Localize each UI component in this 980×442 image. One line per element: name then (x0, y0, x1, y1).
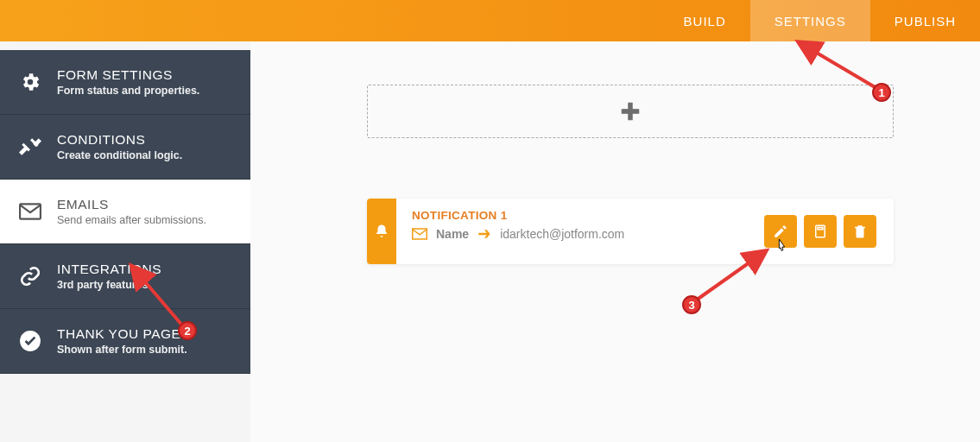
main-content: NOTIFICATION 1 Name idarktech@jotform.co… (250, 41, 980, 442)
sidebar-sub: Send emails after submissions. (57, 214, 206, 226)
add-email-button[interactable] (367, 85, 894, 138)
sidebar-sub: Create conditional logic. (57, 149, 182, 161)
delete-button[interactable] (844, 215, 876, 248)
svg-rect-4 (818, 228, 823, 230)
notification-actions (764, 199, 894, 264)
envelope-icon (17, 203, 43, 220)
tab-settings[interactable]: SETTINGS (750, 0, 870, 41)
notification-body: NOTIFICATION 1 Name idarktech@jotform.co… (396, 199, 764, 264)
sidebar-item-emails[interactable]: EMAILS Send emails after submissions. (0, 180, 250, 244)
notification-accent (367, 199, 396, 264)
envelope-small-icon (412, 228, 427, 240)
sidebar-sub: Shown after form submit. (57, 344, 187, 356)
link-icon (17, 265, 43, 287)
tools-icon (17, 136, 43, 158)
tab-publish[interactable]: PUBLISH (870, 0, 980, 41)
sidebar-item-conditions[interactable]: CONDITIONS Create conditional logic. (0, 115, 250, 180)
arrow-right-icon (477, 229, 491, 239)
sidebar-sub: Form status and properties. (57, 85, 199, 97)
notification-recipient: idarktech@jotform.com (500, 227, 624, 241)
cursor-pointer-icon (775, 237, 790, 256)
sidebar-label: FORM SETTINGS (57, 67, 199, 83)
sidebar-label: EMAILS (57, 197, 206, 212)
plus-icon (619, 100, 642, 123)
top-nav: BUILD SETTINGS PUBLISH (0, 0, 980, 41)
sidebar-label: THANK YOU PAGE (57, 326, 187, 342)
sidebar-label: INTEGRATIONS (57, 262, 161, 277)
notification-name-label: Name (436, 227, 469, 241)
settings-sidebar: FORM SETTINGS Form status and properties… (0, 50, 250, 374)
edit-button[interactable] (764, 215, 797, 248)
sidebar-sub: 3rd party features. (57, 279, 161, 291)
check-circle-icon (17, 330, 43, 352)
sidebar-item-thank-you[interactable]: THANK YOU PAGE Shown after form submit. (0, 309, 250, 374)
sidebar-item-form-settings[interactable]: FORM SETTINGS Form status and properties… (0, 50, 250, 115)
notification-title: NOTIFICATION 1 (412, 209, 749, 222)
gear-icon (17, 71, 43, 93)
tab-build[interactable]: BUILD (660, 0, 750, 41)
sidebar-item-integrations[interactable]: INTEGRATIONS 3rd party features. (0, 244, 250, 309)
bell-icon (374, 224, 389, 239)
notification-card: NOTIFICATION 1 Name idarktech@jotform.co… (367, 199, 894, 264)
test-email-button[interactable] (804, 215, 837, 248)
sidebar-label: CONDITIONS (57, 132, 182, 148)
